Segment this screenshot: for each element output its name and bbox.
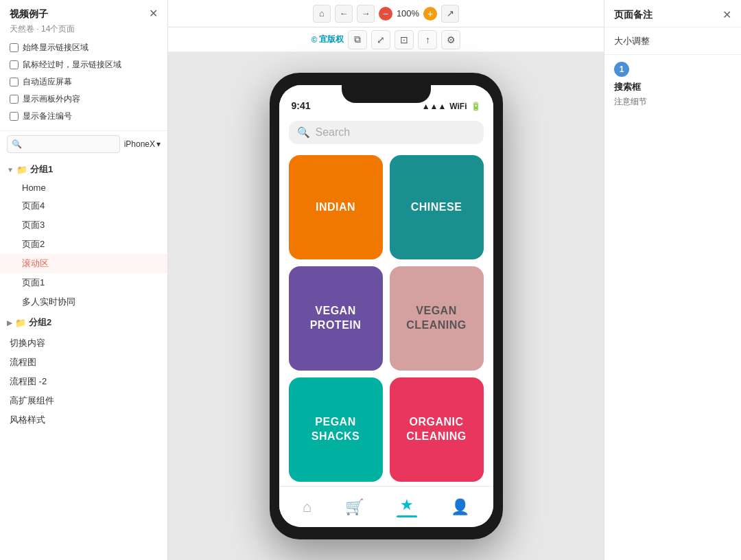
search-icon: 🔍 xyxy=(12,139,22,149)
right-panel-close-button[interactable]: ✕ xyxy=(722,8,731,21)
nav-tree: ▼ 📁 分组1 Home 页面4 页面3 页面2 滚动区 页面1 多人实时协同 … xyxy=(0,157,167,560)
phone-mockup: 9:41 ▲▲▲ WiFi 🔋 🔍 Search xyxy=(270,73,503,539)
tree-item-realtime[interactable]: 多人实时协同 xyxy=(0,292,167,312)
grid-cell-label: VEGANCLEANING xyxy=(406,304,467,333)
phone-notch xyxy=(342,85,431,103)
device-selector[interactable]: iPhoneX ▾ xyxy=(124,139,161,149)
zoom-plus-button[interactable]: + xyxy=(423,7,437,21)
battery-icon: 🔋 xyxy=(471,102,481,111)
tree-item-page3[interactable]: 页面3 xyxy=(0,215,167,235)
phone-frame: 9:41 ▲▲▲ WiFi 🔋 🔍 Search xyxy=(270,73,503,539)
secondary-toolbar: © 宜版权 ⧉ ⤢ ⊡ ↑ ⚙ xyxy=(168,27,604,52)
grid-cell-pegan-shacks[interactable]: PEGANSHACKS xyxy=(289,377,383,482)
status-time: 9:41 xyxy=(292,100,311,111)
tree-item-switch-content[interactable]: 切换内容 xyxy=(0,334,167,353)
expand-button[interactable]: ⤢ xyxy=(371,30,390,49)
star-icon: ★ xyxy=(400,496,414,514)
zoom-level: 100% xyxy=(397,8,419,19)
phone-screen: 9:41 ▲▲▲ WiFi 🔋 🔍 Search xyxy=(279,85,493,527)
tree-item-home[interactable]: Home xyxy=(0,179,167,196)
page-search-input[interactable]: 🔍 xyxy=(7,135,120,153)
settings-button[interactable]: ⚙ xyxy=(441,30,460,49)
export-button[interactable]: ↑ xyxy=(418,30,437,49)
signal-icon: ▲▲▲ xyxy=(422,102,447,111)
nav-home[interactable]: ⌂ xyxy=(303,498,311,516)
home-icon: ⌂ xyxy=(303,498,311,516)
brand-label[interactable]: © 宜版权 xyxy=(311,34,344,45)
annotation-1: 1 搜索框 注意细节 xyxy=(604,55,741,115)
grid-cell-indian[interactable]: INDIAN xyxy=(289,155,383,259)
grid-cell-chinese[interactable]: CHINESE xyxy=(390,155,484,259)
copyright-icon: © xyxy=(311,35,318,45)
tree-group-2: ▶ 📁 分组2 xyxy=(0,313,167,332)
checkbox-show-outside[interactable]: 显示画板外内容 xyxy=(10,93,158,105)
tree-item-page1[interactable]: 页面1 xyxy=(0,273,167,292)
checkbox-always-show[interactable]: 始终显示链接区域 xyxy=(10,42,158,54)
grid-cell-label: ORGANICCLEANING xyxy=(406,415,467,444)
nav-cart[interactable]: 🛒 xyxy=(345,498,364,516)
left-panel-subtitle: 天然卷 · 14个页面 xyxy=(0,23,167,42)
grid-cell-label: INDIAN xyxy=(316,200,355,215)
tree-item-flowchart[interactable]: 流程图 xyxy=(0,353,167,372)
chevron-right-icon: ▶ xyxy=(7,319,12,327)
download-button[interactable]: ⊡ xyxy=(395,30,414,49)
left-panel-close-button[interactable]: ✕ xyxy=(149,8,158,19)
tree-item-page2[interactable]: 页面2 xyxy=(0,235,167,254)
tree-item-scroll-area[interactable]: 滚动区 xyxy=(0,254,167,273)
home-button[interactable]: ⌂ xyxy=(313,5,331,23)
size-adjust-label: 大小调整 xyxy=(614,36,650,46)
tree-item-flowchart2[interactable]: 流程图 -2 xyxy=(0,372,167,391)
nav-profile[interactable]: 👤 xyxy=(451,498,469,516)
forward-button[interactable]: → xyxy=(357,5,375,23)
right-panel-title: 页面备注 xyxy=(614,9,652,21)
grid-cell-label: CHINESE xyxy=(411,200,462,215)
size-adjust-section: 大小调整 xyxy=(604,27,741,55)
grid-cell-vegan-cleaning[interactable]: VEGANCLEANING xyxy=(390,266,484,371)
grid-cell-organic-cleaning[interactable]: ORGANICCLEANING xyxy=(390,377,484,482)
left-panel-header: 视频例子 ✕ xyxy=(0,0,167,23)
search-device-row: 🔍 iPhoneX ▾ xyxy=(0,130,167,157)
cart-icon: 🛒 xyxy=(345,498,364,516)
top-toolbar: ⌂ ← → − 100% + ↗ xyxy=(168,0,604,27)
tree-group-2-header[interactable]: ▶ 📁 分组2 xyxy=(0,313,167,332)
wifi-icon: WiFi xyxy=(449,102,467,111)
annotation-badge-1: 1 xyxy=(614,62,629,77)
left-panel-title: 视频例子 xyxy=(10,8,48,21)
right-panel: 页面备注 ✕ 大小调整 1 搜索框 注意细节 xyxy=(604,0,741,560)
main-area: ⌂ ← → − 100% + ↗ © 宜版权 ⧉ ⤢ ⊡ ↑ ⚙ 9:41 xyxy=(168,0,604,560)
share-button[interactable]: ↗ xyxy=(441,5,459,23)
search-bar-container: 🔍 Search xyxy=(279,115,493,151)
grid-cell-vegan-protein[interactable]: VEGANPROTEIN xyxy=(289,266,383,371)
folder-icon: 📁 xyxy=(15,318,26,328)
chevron-down-icon: ▼ xyxy=(7,166,14,174)
phone-bottom-nav: ⌂ 🛒 ★ 👤 xyxy=(279,486,493,527)
search-icon: 🔍 xyxy=(297,126,310,139)
checkbox-show-numbers[interactable]: 显示备注编号 xyxy=(10,110,158,122)
tree-group-1-header[interactable]: ▼ 📁 分组1 xyxy=(0,160,167,179)
search-input[interactable]: Search xyxy=(316,126,351,139)
annotation-desc-1: 注意细节 xyxy=(614,96,731,108)
left-panel: 视频例子 ✕ 天然卷 · 14个页面 始终显示链接区域 鼠标经过时，显示链接区域… xyxy=(0,0,168,560)
food-category-grid: INDIAN CHINESE VEGANPROTEIN VEGANCLEANIN… xyxy=(279,151,493,486)
nav-favorites[interactable]: ★ xyxy=(397,496,417,517)
tree-group-1: ▼ 📁 分组1 Home 页面4 页面3 页面2 滚动区 页面1 多人实时协同 xyxy=(0,160,167,312)
back-button[interactable]: ← xyxy=(335,5,353,23)
checkbox-list: 始终显示链接区域 鼠标经过时，显示链接区域 自动适应屏幕 显示画板外内容 显示备… xyxy=(0,42,167,122)
checkbox-auto-fit[interactable]: 自动适应屏幕 xyxy=(10,76,158,88)
status-icons: ▲▲▲ WiFi 🔋 xyxy=(422,102,481,111)
checkbox-hover-show[interactable]: 鼠标经过时，显示链接区域 xyxy=(10,59,158,71)
tree-item-page4[interactable]: 页面4 xyxy=(0,196,167,215)
grid-cell-label: PEGANSHACKS xyxy=(311,415,360,444)
person-icon: 👤 xyxy=(451,498,469,516)
annotation-title-1: 搜索框 xyxy=(614,81,731,93)
phone-content: 🔍 Search INDIAN CHINESE xyxy=(279,115,493,527)
right-panel-header: 页面备注 ✕ xyxy=(604,0,741,27)
zoom-minus-button[interactable]: − xyxy=(379,7,392,21)
search-bar[interactable]: 🔍 Search xyxy=(289,121,484,144)
folder-icon: 📁 xyxy=(16,165,27,175)
tree-item-style[interactable]: 风格样式 xyxy=(0,410,167,430)
canvas-area: 9:41 ▲▲▲ WiFi 🔋 🔍 Search xyxy=(168,52,604,560)
grid-cell-label: VEGANPROTEIN xyxy=(310,304,362,333)
tree-item-high-ext[interactable]: 高扩展组件 xyxy=(0,391,167,410)
duplicate-button[interactable]: ⧉ xyxy=(348,30,367,49)
